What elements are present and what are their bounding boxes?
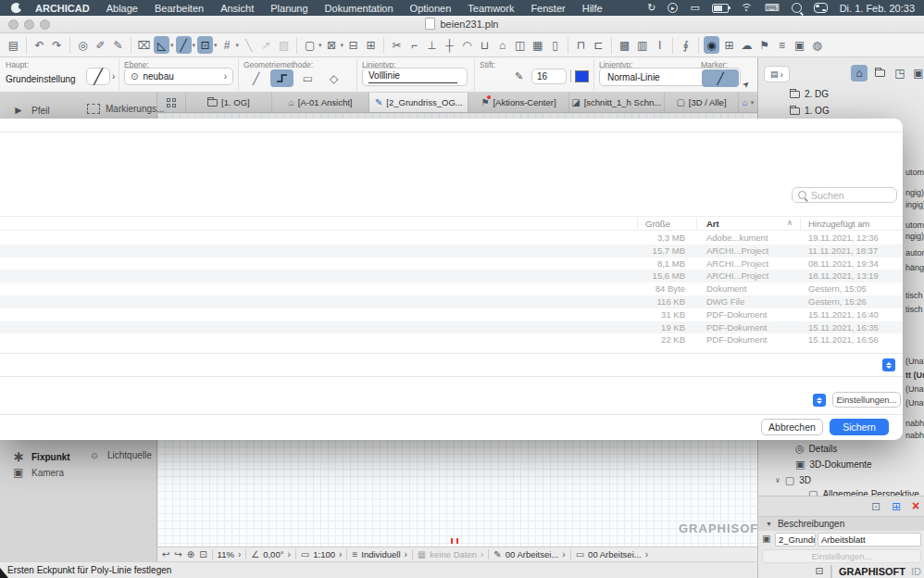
add-viewpoint-icon[interactable]: ⊞ [892,500,901,513]
view-map-button[interactable]: ⌂ [851,65,868,82]
copy-icon[interactable]: ⊡ [871,500,880,513]
copy-view-icon[interactable]: ⊞ [721,36,737,54]
file-row[interactable]: 8,1 MBARCHI...Project08.11.2021, 19:34 [0,258,903,270]
file-row[interactable]: 116 KBDWG FileGestern, 15:26 [0,295,903,308]
previous-zoom-icon[interactable]: ↩ [162,549,169,559]
haupt-chevron-icon[interactable]: › [112,71,115,82]
wall-tool-icon[interactable]: ▦ [530,36,545,54]
pen-number-field[interactable]: 16 [531,69,567,84]
column-size[interactable]: Größe [645,219,670,229]
tree-item-details[interactable]: ◎ Details [795,443,837,455]
publisher-sets-button[interactable]: ▣ [912,65,924,82]
file-row[interactable]: 19 KBPDF-Dokument15.11.2021, 16:35 [0,321,903,334]
sync-status-icon[interactable]: ↻ [647,3,656,13]
file-row[interactable]: 15,7 MBARCHI...Project11.11.2021, 18:37 [0,245,903,258]
door-tool-icon[interactable]: ◫ [512,36,528,54]
description-field-2[interactable]: Arbeitsblatt [818,533,921,547]
rotated-rectangle-method-icon[interactable]: ◇ [322,69,345,87]
hatch-icon[interactable]: ▥ [634,36,650,54]
stretch-icon[interactable]: ⊔ [477,36,493,54]
profile-icon[interactable]: I [652,36,668,54]
pen-color-swatch[interactable] [575,70,589,82]
tree-item-3d-dokumente[interactable]: ▣ 3D-Dokumente [795,459,872,471]
clip-icon[interactable]: ∮ [678,36,693,54]
image-icon[interactable]: ▣ [792,36,807,54]
marquee-icon[interactable]: ⌧ [136,36,152,54]
adjust-icon[interactable]: ⌐ [406,36,422,54]
rectangle-method-icon[interactable]: ▭ [296,69,319,87]
tab-2-grundriss-og[interactable]: ✎[2_Grundriss_OG... [369,93,468,112]
search-field[interactable]: Suchen [792,187,897,203]
dimension-standard-control[interactable]: ▭00 Arbeitsei...› [576,549,648,559]
story-item-1og[interactable]: 1. OG [790,106,830,116]
menu-archicad[interactable]: ARCHICAD [27,3,98,14]
pen-set-control[interactable]: ✎00 Arbeitsei...› [493,549,565,559]
toolbox-item-lichtquelle[interactable]: ☼ Lichtquelle [87,448,152,461]
marker-style-icon[interactable]: ╱ [702,69,739,87]
beschreibungen-header[interactable]: ▼ Beschreibungen [758,516,924,531]
next-zoom-icon[interactable]: ↪ [174,549,181,559]
chevron-down-icon[interactable]: ∨ [775,476,780,484]
slant-icon[interactable]: ╲ [241,36,256,54]
line-method-icon[interactable]: ╱ [244,69,268,87]
tab-3d-alle[interactable]: ▢[3D / Alle] [665,93,739,112]
menu-ansicht[interactable]: Ansicht [212,3,262,14]
guide-lines-caret[interactable]: ▾ [170,42,174,49]
filetype-popup-stepper[interactable] [813,394,826,407]
redo-icon[interactable]: ↷ [49,36,65,54]
copy-icon[interactable]: ⊡ [816,565,824,577]
cloud-upload-icon[interactable]: ☁ [739,36,755,54]
favorites-icon[interactable]: ▢ [302,36,318,54]
find-select-icon[interactable]: ◎ [75,36,91,54]
inject-parameters-icon[interactable]: ✎ [110,36,126,54]
project-map-button[interactable] [871,65,888,82]
guide-lines-icon[interactable]: ◺ [154,36,169,54]
scale-control[interactable]: ▭1:100› [301,549,343,559]
cancel-button[interactable]: Abbrechen [761,419,823,435]
layer-combination-control[interactable]: ≡Individuell› [352,549,406,559]
fit-in-window-icon[interactable]: ⊡ [199,549,206,559]
playback-icon[interactable]: ▸ [668,3,678,13]
toolbox-item-fixpunkt[interactable]: ∗ Fixpunkt [11,448,70,465]
column-kind[interactable]: Art [706,219,719,229]
layout-book-button[interactable]: ◳ [892,65,908,82]
renovation-filter-control[interactable]: ▦keine Daten› [418,549,484,559]
description-field-1[interactable]: 2_Grundr [775,533,816,547]
intersect-icon[interactable]: ┼ [442,36,457,54]
eraser-icon[interactable]: ▨ [276,36,292,54]
control-center-icon[interactable] [814,3,828,13]
display-icon[interactable]: ▭ [690,3,699,13]
battery-icon[interactable] [712,4,729,13]
toolbox-item-kamera[interactable]: ▣ Kamera [11,466,64,479]
zoom-in-icon[interactable]: ⊕ [187,549,194,559]
tab-aktions-center[interactable]: ⚑[Aktions-Center] [468,93,568,112]
undo-icon[interactable]: ↶ [31,36,47,54]
save-button[interactable]: Sichern [830,419,889,435]
tab-a01-ansicht[interactable]: ⌂[A-01 Ansicht] [272,93,369,112]
menu-optionen[interactable]: Optionen [402,3,460,14]
apple-menu-icon[interactable] [11,3,21,13]
menu-ablage[interactable]: Ablage [98,3,146,14]
grid-snap-caret[interactable]: ▾ [236,42,240,49]
file-row[interactable]: 22 KBPDF-Dokument15.11.2021, 16:56 [0,333,903,346]
brick-icon[interactable]: ▩ [617,36,632,54]
fillet-icon[interactable]: ◠ [459,36,475,54]
file-row[interactable]: 15,6 MBARCHI...Project18.11.2021, 13:19 [0,270,903,283]
column-added[interactable]: Hinzugefügt am [808,219,870,229]
lock-caret[interactable]: ▾ [341,42,344,49]
split-icon[interactable]: ✂ [389,36,405,54]
layout-book-icon[interactable]: ⊞ [363,36,379,54]
toolbox-item-markierung[interactable]: Markierungs... [87,104,164,114]
menu-bearbeiten[interactable]: Bearbeiten [146,3,212,14]
menu-dokumentation[interactable]: Dokumentation [317,3,402,14]
favorites-caret[interactable]: ▾ [318,42,322,49]
dialog-settings-button[interactable]: Einstellungen... [832,392,901,408]
pickup-parameters-icon[interactable]: ✐ [93,36,108,54]
snap-guides-icon[interactable]: ╱ [176,36,192,54]
snap-reference-icon[interactable]: ⊡ [197,36,213,54]
toolbox-item-pfeil[interactable]: ► Pfeil [11,104,49,117]
story-item-2dg[interactable]: 2. DG [790,89,829,99]
navigator-settings-button[interactable]: Einstellungen... [762,549,921,563]
tab-home-dropdown[interactable]: ⌂▾ [739,93,757,112]
camera-icon[interactable]: ◍ [809,36,825,54]
